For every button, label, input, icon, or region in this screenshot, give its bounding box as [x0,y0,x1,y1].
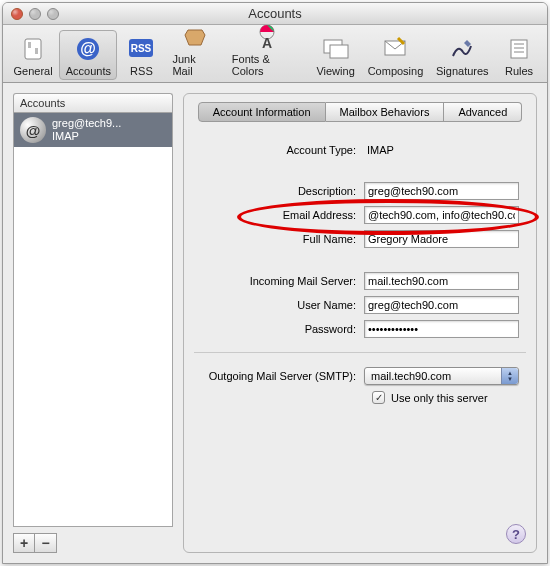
at-icon: @ [72,33,104,65]
fonts-icon: A [251,21,283,53]
accounts-window: Accounts General @ Accounts RSS RSS Junk… [2,2,548,564]
incoming-field[interactable] [364,272,519,290]
viewing-icon [320,33,352,65]
zoom-icon[interactable] [47,8,59,20]
toolbar-general[interactable]: General [7,30,59,80]
password-field[interactable] [364,320,519,338]
account-detail-panel: Account Information Mailbox Behaviors Ad… [183,93,537,553]
rules-icon [503,33,535,65]
account-name: greg@tech9... [52,117,121,130]
toolbar-label: Viewing [316,65,354,77]
titlebar[interactable]: Accounts [3,3,547,25]
svg-rect-10 [330,45,348,58]
toolbar-label: General [14,65,53,77]
remove-account-button[interactable]: − [35,533,57,553]
toolbar-rss[interactable]: RSS RSS [117,30,165,80]
toolbar-composing[interactable]: Composing [361,30,429,80]
toolbar-signatures[interactable]: Signatures [430,30,495,80]
tab-mailbox-behaviors[interactable]: Mailbox Behaviors [326,102,445,122]
account-type: IMAP [52,130,121,143]
minimize-icon[interactable] [29,8,41,20]
toolbar-label: Signatures [436,65,489,77]
incoming-label: Incoming Mail Server: [194,275,364,287]
toolbar-junk[interactable]: Junk Mail [165,18,224,80]
toolbar-rules[interactable]: Rules [495,30,543,80]
svg-text:RSS: RSS [131,43,152,54]
use-only-checkbox[interactable]: ✓ [372,391,385,404]
smtp-value: mail.tech90.com [365,368,501,384]
switches-icon [17,33,49,65]
toolbar-label: Fonts & Colors [232,53,303,77]
accounts-list[interactable]: @ greg@tech9... IMAP [13,112,173,527]
fullname-field[interactable] [364,230,519,248]
account-type-value: IMAP [364,142,397,158]
use-only-label: Use only this server [391,392,488,404]
smtp-label: Outgoing Mail Server (SMTP): [194,370,364,382]
tab-account-info[interactable]: Account Information [198,102,326,122]
toolbar-fonts[interactable]: A Fonts & Colors [225,18,310,80]
email-field[interactable] [364,206,519,224]
signatures-icon [446,33,478,65]
accounts-sidebar: Accounts @ greg@tech9... IMAP + − [13,93,173,553]
toolbar: General @ Accounts RSS RSS Junk Mail A F… [3,25,547,83]
toolbar-accounts[interactable]: @ Accounts [59,30,117,80]
at-icon: @ [20,117,46,143]
svg-rect-12 [511,40,527,58]
toolbar-label: Composing [368,65,424,77]
chevron-up-down-icon: ▲▼ [501,368,518,384]
tab-bar: Account Information Mailbox Behaviors Ad… [194,102,526,122]
svg-rect-1 [28,42,31,48]
junk-icon [179,21,211,53]
password-label: Password: [194,323,364,335]
svg-text:A: A [262,35,272,50]
svg-text:@: @ [81,40,97,57]
svg-rect-0 [25,39,41,59]
toolbar-label: RSS [130,65,153,77]
account-row[interactable]: @ greg@tech9... IMAP [14,113,172,147]
toolbar-label: Accounts [66,65,111,77]
help-button[interactable]: ? [506,524,526,544]
email-label: Email Address: [194,209,364,221]
svg-rect-2 [35,48,38,54]
toolbar-label: Rules [505,65,533,77]
toolbar-viewing[interactable]: Viewing [310,30,361,80]
divider [194,352,526,353]
add-account-button[interactable]: + [13,533,35,553]
description-label: Description: [194,185,364,197]
description-field[interactable] [364,182,519,200]
composing-icon [379,33,411,65]
username-field[interactable] [364,296,519,314]
username-label: User Name: [194,299,364,311]
fullname-label: Full Name: [194,233,364,245]
close-icon[interactable] [11,8,23,20]
rss-icon: RSS [125,33,157,65]
smtp-select[interactable]: mail.tech90.com ▲▼ [364,367,519,385]
sidebar-header: Accounts [13,93,173,112]
tab-advanced[interactable]: Advanced [444,102,522,122]
toolbar-label: Junk Mail [172,53,217,77]
account-type-label: Account Type: [194,144,364,156]
window-title: Accounts [3,6,547,21]
